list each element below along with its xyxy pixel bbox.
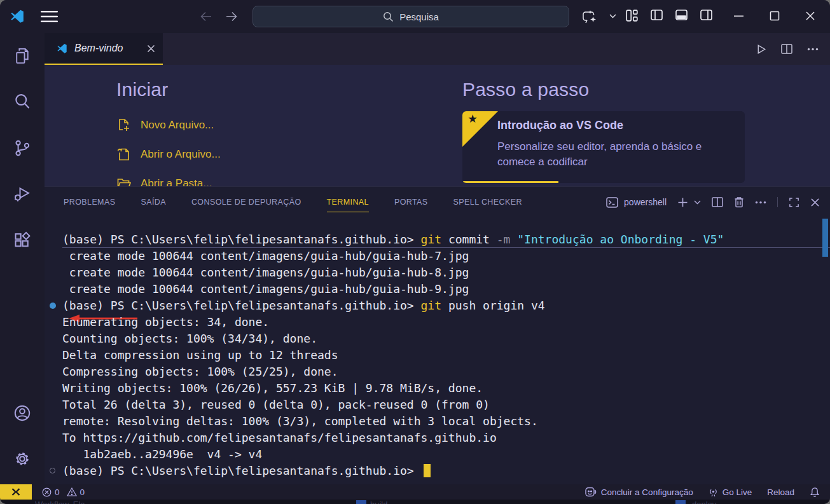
command-decoration-icon[interactable] (50, 303, 56, 309)
start-item-label: Abrir a Pasta... (141, 177, 212, 186)
terminal-line: Delta compression using up to 12 threads (62, 347, 830, 364)
extensions-icon[interactable] (13, 231, 31, 249)
terminal-line: (base) PS C:\Users\felip\felipesantanafs… (62, 463, 830, 479)
search-icon (383, 11, 394, 22)
tab-close-icon[interactable] (147, 44, 155, 53)
status-bar: 0 0 Concluir a Configuração Go Live Relo… (0, 484, 830, 500)
run-debug-icon[interactable] (13, 185, 31, 203)
main-area: Bem-vindo Iniciar Novo Arquivo...Abrir o… (45, 33, 830, 484)
terminal-line: remote: Resolving deltas: 100% (3/3), co… (62, 413, 830, 430)
remote-icon (11, 487, 21, 497)
vscode-window: Pesquisa (0, 0, 830, 504)
more-actions-icon[interactable] (807, 48, 819, 51)
vscode-logo-icon (9, 8, 25, 25)
maximize-panel-icon[interactable] (789, 197, 799, 208)
accounts-icon[interactable] (13, 404, 31, 422)
welcome-page: Iniciar Novo Arquivo...Abrir o Arquivo..… (45, 65, 830, 186)
problems-status[interactable]: 0 0 (42, 487, 88, 497)
panel-tab-terminal[interactable]: TERMINAL (327, 198, 369, 207)
terminal-line: Writing objects: 100% (26/26), 557.23 Ki… (62, 380, 830, 397)
settings-gear-icon[interactable] (13, 450, 31, 468)
split-terminal-icon[interactable] (712, 197, 723, 207)
split-editor-icon[interactable] (781, 44, 792, 54)
run-button[interactable] (756, 44, 766, 55)
maximize-button[interactable] (770, 11, 780, 21)
go-live-button[interactable]: Go Live (709, 487, 752, 497)
source-control-icon[interactable] (13, 139, 31, 157)
terminal-line: Total 26 (delta 3), reused 0 (delta 0), … (62, 397, 830, 413)
command-center-search[interactable]: Pesquisa (252, 6, 569, 27)
activity-bar (0, 33, 45, 484)
kill-terminal-icon[interactable] (734, 196, 744, 208)
panel-tab-spell-checker[interactable]: SPELL CHECKER (453, 198, 522, 207)
customize-layout-icon[interactable] (626, 10, 638, 22)
back-button[interactable] (200, 11, 212, 22)
start-item-label: Abrir o Arquivo... (141, 148, 221, 161)
reload-label: Reload (767, 487, 794, 497)
copilot-icon[interactable] (582, 10, 597, 24)
close-window-button[interactable] (805, 11, 815, 21)
search-placeholder: Pesquisa (399, 11, 439, 22)
minimize-button[interactable] (734, 15, 744, 17)
errors-icon (42, 487, 52, 497)
close-panel-icon[interactable] (810, 198, 820, 207)
star-icon: ★ (467, 112, 478, 126)
shell-label[interactable]: powershell (624, 197, 667, 207)
terminal[interactable]: (base) PS C:\Users\felip\felipesantanafs… (45, 217, 830, 484)
panel-tab-console-de-depura-o[interactable]: CONSOLE DE DEPURAÇÃO (191, 198, 301, 207)
walkthrough-card[interactable]: ★ Introdução ao VS Code Personalize seu … (462, 111, 745, 183)
panel-toggle-icon[interactable] (675, 10, 688, 20)
titlebar: Pesquisa (0, 0, 830, 33)
editor-actions (756, 33, 819, 65)
new-terminal-icon[interactable] (677, 197, 688, 208)
panel-actions: powershell (606, 187, 820, 217)
finish-setup-label: Concluir a Configuração (601, 487, 693, 497)
start-item[interactable]: Abrir o Arquivo... (116, 140, 221, 169)
accounts-people-icon (585, 487, 597, 497)
tab-bem-vindo[interactable]: Bem-vindo (45, 33, 163, 65)
background-bleed-text: build (370, 500, 387, 504)
background-bleed-graphic (675, 500, 686, 504)
panel-tab-portas[interactable]: PORTAS (394, 198, 428, 207)
panel-more-actions-icon[interactable] (755, 201, 766, 204)
editor-tab-bar: Bem-vindo (45, 33, 830, 65)
finish-setup-button[interactable]: Concluir a Configuração (585, 487, 693, 497)
terminal-line: create mode 100644 content/imagens/guia-… (62, 264, 830, 281)
panel-tab-sa-da[interactable]: SAÍDA (141, 198, 166, 207)
explorer-icon[interactable] (13, 47, 31, 65)
start-item[interactable]: Abrir a Pasta... (116, 169, 221, 186)
terminal-lines: (base) PS C:\Users\felip\felipesantanafs… (62, 231, 830, 479)
copilot-chevron-icon[interactable] (609, 14, 616, 18)
forward-button[interactable] (225, 11, 238, 22)
bottom-panel: PROBLEMASSAÍDACONSOLE DE DEPURAÇÃOTERMIN… (45, 186, 830, 484)
panel-tab-problemas[interactable]: PROBLEMAS (64, 198, 115, 207)
terminal-scrollbar[interactable] (822, 219, 828, 257)
start-item-label: Novo Arquivo... (141, 119, 214, 132)
search-sidebar-icon[interactable] (13, 93, 31, 111)
tab-vscode-icon (56, 43, 68, 55)
warnings-count: 0 (80, 487, 85, 497)
walkthrough-progress-bar (462, 181, 558, 183)
panel-tab-bar: PROBLEMASSAÍDACONSOLE DE DEPURAÇÃOTERMIN… (45, 187, 830, 217)
background-bleed-graphic (356, 500, 366, 504)
terminal-line: create mode 100644 content/imagens/guia-… (62, 248, 830, 264)
start-items: Novo Arquivo...Abrir o Arquivo...Abrir a… (116, 111, 221, 186)
primary-sidebar-toggle-icon[interactable] (651, 10, 663, 20)
menu-button[interactable] (41, 10, 60, 23)
terminal-line: Enumerating objects: 34, done. (62, 314, 830, 330)
terminal-dropdown-chevron-icon[interactable] (694, 200, 701, 205)
terminal-line: (base) PS C:\Users\felip\felipesantanafs… (62, 231, 830, 248)
start-section: Iniciar Novo Arquivo...Abrir o Arquivo..… (116, 79, 221, 186)
command-decoration-icon[interactable] (50, 468, 55, 473)
open-folder-icon (116, 176, 132, 186)
secondary-sidebar-toggle-icon[interactable] (700, 10, 712, 20)
notifications-bell-icon[interactable] (810, 487, 820, 498)
start-title: Iniciar (116, 79, 221, 100)
terminal-cursor (424, 464, 431, 477)
remote-indicator[interactable] (0, 484, 32, 500)
reload-button[interactable]: Reload (767, 487, 794, 497)
terminal-line: create mode 100644 content/imagens/guia-… (62, 281, 830, 297)
start-item[interactable]: Novo Arquivo... (116, 111, 221, 140)
terminal-line: Compressing objects: 100% (25/25), done. (62, 364, 830, 380)
terminal-line: (base) PS C:\Users\felip\felipesantanafs… (62, 297, 830, 314)
